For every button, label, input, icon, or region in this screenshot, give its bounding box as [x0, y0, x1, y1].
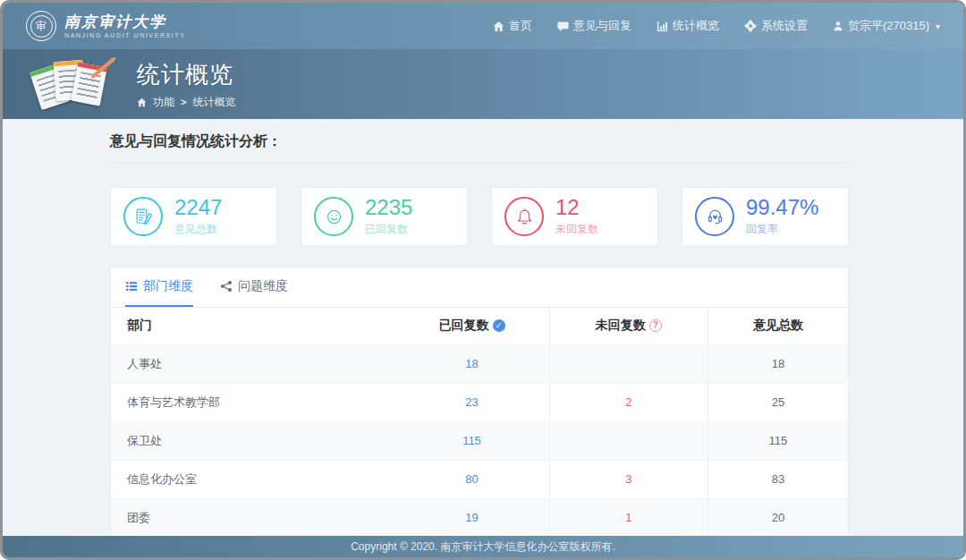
- brand-name-cn: 南京审计大学: [64, 13, 186, 30]
- stats-row: 2247 意见总数 2235 已: [110, 187, 849, 246]
- cell-department: 保卫处: [111, 421, 394, 460]
- cell-unreplied-link[interactable]: 3: [549, 460, 708, 498]
- stat-value: 99.47%: [746, 197, 818, 218]
- stat-label: 意见总数: [174, 222, 222, 237]
- cell-department: 体育与艺术教学部: [111, 383, 394, 421]
- department-stats-table: 部门 已回复数✓ 未回复数? 意见总数 人事处: [111, 308, 848, 536]
- stat-value: 2247: [174, 197, 222, 218]
- stat-label: 未回复数: [555, 222, 598, 237]
- share-nodes-icon: [220, 280, 233, 293]
- col-header-unreplied[interactable]: 未回复数?: [549, 308, 708, 344]
- tab-question-dimension[interactable]: 问题维度: [220, 267, 288, 307]
- footer: Copyright © 2020. 南京审计大学信息化办公室版权所有.: [3, 536, 963, 557]
- home-icon: [493, 21, 504, 32]
- table-row: 体育与艺术教学部 23 2 25: [111, 383, 848, 421]
- user-icon: [833, 21, 843, 31]
- cell-replied-link[interactable]: 80: [394, 460, 549, 498]
- stat-card-0: 2247 意见总数: [110, 187, 277, 246]
- brand-name-en: NANJING AUDIT UNIVERSITY: [64, 32, 186, 38]
- home-icon: [137, 98, 147, 107]
- cell-unreplied-link[interactable]: [549, 344, 708, 383]
- stat-value: 2235: [365, 197, 412, 218]
- breadcrumb-separator: >: [181, 97, 186, 107]
- copyright-text: Copyright © 2020. 南京审计大学信息化办公室版权所有.: [351, 539, 615, 555]
- section-heading: 意见与回复情况统计分析：: [110, 119, 849, 151]
- tab-department-dimension[interactable]: 部门维度: [125, 267, 193, 307]
- page-title: 统计概览: [137, 59, 235, 90]
- breadcrumb: 功能 > 统计概览: [137, 95, 235, 110]
- breadcrumb-root[interactable]: 功能: [153, 95, 174, 110]
- question-circle-icon[interactable]: ?: [649, 319, 662, 332]
- nav-item-home[interactable]: 首页: [493, 18, 532, 34]
- tab-bar: 部门维度 问题维度: [111, 267, 848, 308]
- stat-label: 回复率: [746, 222, 818, 237]
- gear-icon: [744, 20, 757, 32]
- divider: [110, 162, 849, 163]
- documents-illustration: [33, 56, 112, 112]
- university-logo[interactable]: 审 南京审计大学 NANJING AUDIT UNIVERSITY: [26, 11, 186, 41]
- stat-card-1: 2235 已回复数: [301, 187, 468, 246]
- nav-menu: 首页 意见与回复 统计概览 系统设置 贺宗平(270315) ▾: [493, 18, 940, 34]
- nav-item-feedback[interactable]: 意见与回复: [557, 18, 631, 34]
- nav-item-settings[interactable]: 系统设置: [744, 18, 808, 34]
- cell-unreplied-link[interactable]: [549, 421, 708, 460]
- nav-item-statistics[interactable]: 统计概览: [657, 18, 719, 34]
- cell-total: 83: [708, 460, 848, 498]
- app-window: 审 南京审计大学 NANJING AUDIT UNIVERSITY 首页 意见与…: [0, 0, 966, 560]
- cell-replied-link[interactable]: 18: [394, 344, 549, 383]
- cell-replied-link[interactable]: 115: [394, 421, 549, 460]
- bell-icon: [504, 197, 544, 236]
- check-circle-icon: ✓: [493, 319, 505, 332]
- bar-chart-icon: [657, 21, 668, 32]
- cell-department: 团委: [111, 498, 394, 536]
- document-edit-icon: [123, 197, 163, 236]
- table-row: 保卫处 115 115: [111, 421, 848, 460]
- cell-total: 25: [708, 383, 848, 421]
- table-row: 团委 19 1 20: [111, 498, 848, 536]
- university-seal-icon: 审: [26, 11, 56, 41]
- headset-heart-icon: [695, 197, 734, 236]
- stat-value: 12: [555, 197, 598, 218]
- cell-total: 20: [708, 498, 848, 536]
- col-header-total[interactable]: 意见总数: [708, 308, 848, 344]
- col-header-department[interactable]: 部门: [111, 308, 394, 344]
- statistics-panel: 部门维度 问题维度 部门 已回复数✓: [110, 267, 849, 536]
- user-menu[interactable]: 贺宗平(270315) ▾: [833, 18, 940, 34]
- stat-card-3: 99.47% 回复率: [682, 187, 849, 246]
- cell-replied-link[interactable]: 23: [394, 383, 549, 421]
- cell-department: 人事处: [111, 344, 394, 383]
- stat-card-2: 12 未回复数: [491, 187, 658, 246]
- comment-icon: [557, 21, 569, 32]
- cell-total: 115: [708, 421, 848, 460]
- table-row: 人事处 18 18: [111, 344, 848, 383]
- cell-total: 18: [708, 344, 848, 383]
- breadcrumb-current: 统计概览: [192, 95, 235, 110]
- cell-department: 信息化办公室: [111, 460, 394, 498]
- table-header-row: 部门 已回复数✓ 未回复数? 意见总数: [111, 308, 848, 344]
- chevron-down-icon: ▾: [936, 21, 940, 31]
- cell-replied-link[interactable]: 19: [394, 498, 549, 536]
- main-content: 意见与回复情况统计分析： 2247 意见总数: [3, 119, 963, 536]
- list-icon: [125, 280, 138, 293]
- cell-unreplied-link[interactable]: 2: [549, 383, 708, 421]
- smiley-icon: [314, 197, 353, 236]
- top-navbar: 审 南京审计大学 NANJING AUDIT UNIVERSITY 首页 意见与…: [3, 3, 963, 49]
- page-header: 统计概览 功能 > 统计概览: [3, 49, 963, 119]
- stat-label: 已回复数: [365, 222, 412, 237]
- table-row: 信息化办公室 80 3 83: [111, 460, 848, 498]
- cell-unreplied-link[interactable]: 1: [549, 498, 708, 536]
- col-header-replied[interactable]: 已回复数✓: [394, 308, 549, 344]
